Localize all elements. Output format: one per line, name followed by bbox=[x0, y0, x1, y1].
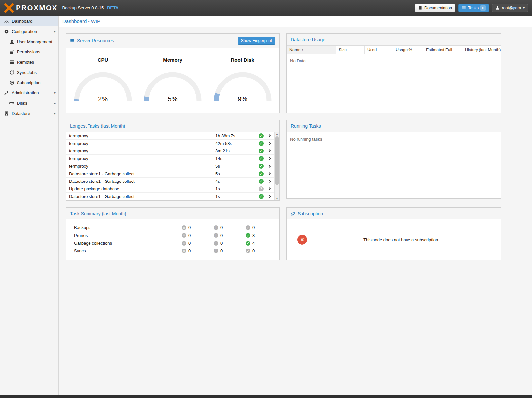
task-name: termproxy bbox=[66, 141, 215, 146]
column-header-estimated-full[interactable]: Estimated Full bbox=[423, 46, 462, 54]
task-row[interactable]: termproxy 42m 58s bbox=[66, 140, 279, 147]
count: 0 bbox=[188, 225, 191, 230]
documentation-label: Documentation bbox=[424, 6, 452, 10]
task-duration: 4s bbox=[215, 179, 257, 184]
column-label: History (last Month) bbox=[465, 48, 501, 52]
task-name: Datastore store1 - Garbage collect bbox=[66, 194, 215, 199]
caret-down-icon[interactable]: ▾ bbox=[54, 91, 56, 95]
task-row[interactable]: Update package database 1s bbox=[66, 185, 279, 193]
task-row[interactable]: termproxy 5s bbox=[66, 162, 279, 170]
panel-header: Running Tasks bbox=[287, 120, 501, 132]
column-header-usage-percent[interactable]: Usage % bbox=[393, 46, 423, 54]
empty-message: No Data bbox=[287, 54, 501, 67]
warning-icon bbox=[214, 249, 218, 253]
error-count-cell: 0 bbox=[182, 241, 214, 246]
open-task-button[interactable] bbox=[265, 180, 273, 182]
open-task-button[interactable] bbox=[265, 165, 273, 167]
column-header-size[interactable]: Size bbox=[336, 46, 365, 54]
column-header-used[interactable]: Used bbox=[365, 46, 393, 54]
summary-row: Backups 0 0 0 bbox=[66, 224, 279, 232]
panel-title: Server Resources bbox=[77, 38, 114, 43]
sidebar-item-remotes[interactable]: Remotes bbox=[0, 57, 58, 67]
count: 0 bbox=[220, 249, 223, 253]
sidebar-item-label: Permissions bbox=[17, 50, 40, 54]
sidebar-item-permissions[interactable]: Permissions bbox=[0, 47, 58, 57]
tasks-count-badge: 0 bbox=[480, 5, 486, 11]
product-version: Backup Server 0.8-15 bbox=[62, 5, 104, 10]
sidebar-item-dashboard[interactable]: Dashboard bbox=[0, 16, 58, 26]
task-duration: 1s bbox=[215, 186, 257, 191]
building-icon bbox=[4, 111, 9, 116]
sidebar-item-user-management[interactable]: User Management bbox=[0, 37, 58, 47]
sidebar-item-administration[interactable]: Administration ▾ bbox=[0, 88, 58, 98]
scrollbar-thumb[interactable] bbox=[275, 136, 279, 185]
sort-asc-icon: ↑ bbox=[301, 48, 303, 52]
open-task-button[interactable] bbox=[265, 135, 273, 137]
server-resources-panel: Server Resources Show Fingerprint CPU 2% bbox=[66, 33, 280, 113]
tasks-button[interactable]: Tasks 0 bbox=[458, 4, 489, 12]
gauge-value: 5% bbox=[142, 95, 203, 103]
task-row[interactable]: Datastore store1 - Garbage collect 4s bbox=[66, 178, 279, 185]
task-row[interactable]: termproxy 1h 38m 7s bbox=[66, 132, 279, 140]
task-row[interactable]: termproxy 14s bbox=[66, 155, 279, 162]
task-row[interactable]: termproxy 3m 21s bbox=[66, 147, 279, 155]
proxmox-x-icon bbox=[4, 3, 14, 13]
warning-icon bbox=[214, 225, 218, 230]
documentation-button[interactable]: Documentation bbox=[415, 4, 455, 12]
task-duration: 14s bbox=[215, 156, 257, 161]
column-label: Used bbox=[367, 48, 377, 52]
empty-message: No running tasks bbox=[287, 132, 501, 146]
bottom-bar bbox=[0, 395, 532, 398]
task-row[interactable]: Datastore store1 - Garbage collect 5s bbox=[66, 170, 279, 178]
beta-link[interactable]: BETA bbox=[107, 5, 118, 10]
sidebar-item-sync-jobs[interactable]: Sync Jobs bbox=[0, 67, 58, 78]
sidebar-item-label: Datastore bbox=[12, 111, 30, 116]
refresh-icon bbox=[9, 70, 14, 75]
ok-icon bbox=[246, 249, 250, 253]
sidebar-item-subscription[interactable]: Subscription bbox=[0, 78, 58, 88]
scroll-down-icon[interactable]: ▼ bbox=[275, 196, 279, 200]
task-status-icon bbox=[259, 194, 264, 199]
sidebar-item-label: Subscription bbox=[17, 80, 41, 85]
chevron-right-icon bbox=[267, 187, 271, 190]
caret-right-icon[interactable]: ▸ bbox=[54, 101, 56, 105]
open-task-button[interactable] bbox=[265, 150, 273, 152]
panel-title: Task Summary (last Month) bbox=[70, 211, 126, 216]
longest-tasks-panel: Longest Tasks (last Month) termproxy 1h … bbox=[66, 120, 280, 201]
column-header-history[interactable]: History (last Month) bbox=[462, 46, 501, 54]
task-duration: 5s bbox=[215, 171, 257, 176]
warning-count-cell: 0 bbox=[214, 241, 246, 246]
warning-icon bbox=[214, 241, 218, 246]
scroll-up-icon[interactable]: ▲ bbox=[275, 132, 279, 136]
scrollbar[interactable]: ▲ ▼ bbox=[274, 132, 279, 200]
show-fingerprint-button[interactable]: Show Fingerprint bbox=[238, 37, 276, 45]
sidebar-item-datastore[interactable]: Datastore ▾ bbox=[0, 108, 58, 118]
count: 0 bbox=[252, 249, 255, 253]
open-task-button[interactable] bbox=[265, 157, 273, 160]
chevron-right-icon bbox=[267, 142, 271, 145]
column-header-name[interactable]: Name ↑ bbox=[287, 46, 336, 54]
sidebar-item-label: Sync Jobs bbox=[17, 70, 37, 75]
caret-down-icon[interactable]: ▾ bbox=[54, 29, 56, 34]
task-name: Update package database bbox=[66, 186, 215, 191]
user-label: root@pam bbox=[502, 6, 521, 10]
task-status-icon bbox=[259, 164, 264, 169]
open-task-button[interactable] bbox=[265, 195, 273, 198]
ok-count-cell: 4 bbox=[246, 241, 278, 246]
support-icon bbox=[9, 80, 14, 85]
user-menu-button[interactable]: root@pam ▾ bbox=[492, 4, 528, 12]
caret-down-icon[interactable]: ▾ bbox=[54, 111, 56, 116]
error-count-cell: 0 bbox=[182, 233, 214, 238]
task-row[interactable]: Datastore store1 - Garbage collect 1s bbox=[66, 193, 279, 200]
open-task-button[interactable] bbox=[265, 173, 273, 175]
content-area: Dashboard - WIP Server Resources Show Fi… bbox=[59, 16, 532, 395]
sidebar-item-disks[interactable]: Disks ▸ bbox=[0, 98, 58, 108]
error-icon bbox=[182, 233, 186, 238]
open-task-button[interactable] bbox=[265, 142, 273, 145]
column-label: Estimated Full bbox=[426, 48, 452, 52]
task-list: termproxy 1h 38m 7s termproxy 42m 58s te… bbox=[66, 132, 279, 200]
panel-header: Server Resources Show Fingerprint bbox=[66, 34, 279, 48]
open-task-button[interactable] bbox=[265, 188, 273, 190]
task-duration: 3m 21s bbox=[215, 149, 257, 153]
sidebar-item-configuration[interactable]: Configuration ▾ bbox=[0, 26, 58, 37]
